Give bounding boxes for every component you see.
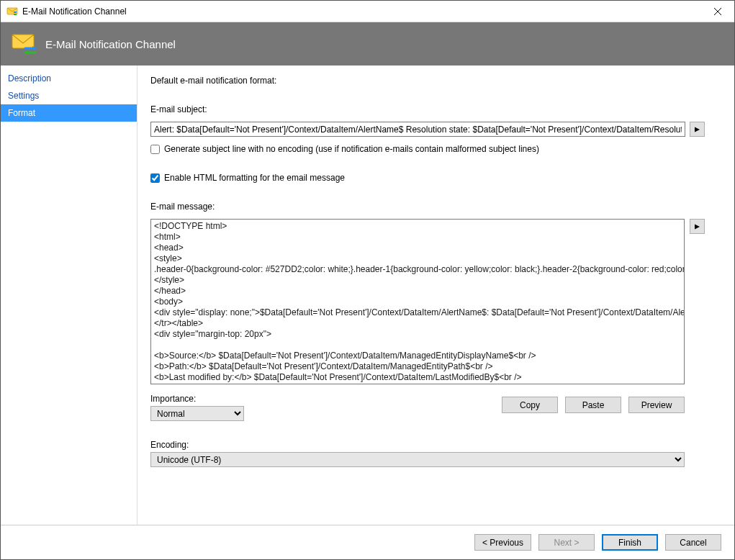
cancel-button[interactable]: Cancel xyxy=(665,534,721,551)
svg-marker-5 xyxy=(25,50,28,55)
close-button[interactable] xyxy=(701,1,734,22)
importance-select[interactable]: Normal xyxy=(150,406,244,421)
window-title: E-Mail Notification Channel xyxy=(22,6,701,17)
paste-button[interactable]: Paste xyxy=(565,397,621,413)
subject-label: E-mail subject: xyxy=(150,104,721,114)
generate-subject-label: Generate subject line with no encoding (… xyxy=(164,144,539,154)
sidebar: Description Settings Format xyxy=(1,66,137,525)
message-variable-button[interactable] xyxy=(690,219,705,234)
sidebar-item-format[interactable]: Format xyxy=(1,104,137,122)
preview-button[interactable]: Preview xyxy=(628,397,685,413)
importance-group: Importance: Normal xyxy=(150,394,244,421)
encoding-select[interactable]: Unicode (UTF-8) xyxy=(150,452,685,467)
next-button: Next > xyxy=(538,534,595,551)
enable-html-checkbox[interactable] xyxy=(150,173,160,183)
banner: E-Mail Notification Channel xyxy=(1,22,734,66)
footer: < Previous Next > Finish Cancel xyxy=(1,525,734,559)
dialog-window: E-Mail Notification Channel E-Mail Notif… xyxy=(0,0,735,560)
subject-variable-button[interactable] xyxy=(690,122,705,137)
content-pane: Default e-mail notification format: E-ma… xyxy=(137,66,734,525)
message-textarea[interactable] xyxy=(150,219,685,384)
subject-input[interactable] xyxy=(150,122,685,137)
default-format-label: Default e-mail notification format: xyxy=(150,76,721,86)
svg-marker-6 xyxy=(695,127,700,132)
sidebar-item-settings[interactable]: Settings xyxy=(1,87,137,104)
message-label: E-mail message: xyxy=(150,202,721,212)
copy-button[interactable]: Copy xyxy=(502,397,558,413)
importance-label: Importance: xyxy=(150,394,244,404)
svg-marker-7 xyxy=(695,224,700,229)
app-icon xyxy=(6,6,18,17)
encoding-label: Encoding: xyxy=(150,440,721,450)
titlebar: E-Mail Notification Channel xyxy=(1,1,734,22)
encoding-group: Encoding: Unicode (UTF-8) xyxy=(150,440,721,467)
enable-html-row: Enable HTML formatting for the email mes… xyxy=(150,173,721,183)
previous-button[interactable]: < Previous xyxy=(474,534,531,551)
generate-subject-row: Generate subject line with no encoding (… xyxy=(150,144,721,154)
body: Description Settings Format Default e-ma… xyxy=(1,66,734,525)
generate-subject-checkbox[interactable] xyxy=(150,145,160,154)
finish-button[interactable]: Finish xyxy=(602,534,658,551)
enable-html-label: Enable HTML formatting for the email mes… xyxy=(164,173,345,183)
banner-title: E-Mail Notification Channel xyxy=(45,38,176,50)
mail-channel-icon xyxy=(11,31,37,57)
sidebar-item-description[interactable]: Description xyxy=(1,70,137,87)
